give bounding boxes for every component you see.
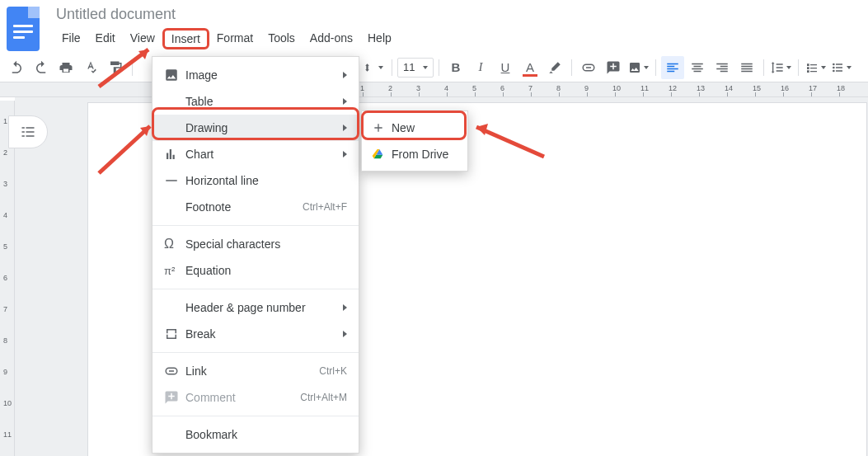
show-outline-button[interactable] bbox=[8, 115, 48, 148]
highlight-color-button[interactable] bbox=[543, 56, 566, 79]
align-justify-button[interactable] bbox=[735, 56, 758, 79]
outline-icon bbox=[20, 124, 36, 140]
drawing-submenu: New From Drive bbox=[361, 110, 468, 172]
insert-table-label: Table bbox=[185, 95, 347, 108]
menu-tools[interactable]: Tools bbox=[260, 28, 303, 49]
vruler-tick-label: 2 bbox=[3, 148, 7, 157]
insert-footnote-item[interactable]: Footnote Ctrl+Alt+F bbox=[152, 194, 359, 220]
ruler-tick-label: 16 bbox=[781, 84, 789, 92]
footnote-shortcut: Ctrl+Alt+F bbox=[303, 201, 347, 213]
checklist-button[interactable] bbox=[804, 56, 828, 79]
menu-edit[interactable]: Edit bbox=[88, 28, 123, 49]
menu-help[interactable]: Help bbox=[360, 28, 399, 49]
ruler-tick-label: 15 bbox=[753, 84, 761, 92]
insert-link-button[interactable] bbox=[577, 56, 600, 79]
align-left-button[interactable] bbox=[661, 56, 684, 79]
insert-special-label: Special characters bbox=[185, 237, 347, 251]
ruler-tick-label: 2 bbox=[388, 84, 392, 92]
vertical-ruler[interactable]: 1234567891011 bbox=[0, 101, 15, 456]
vruler-tick-label: 10 bbox=[3, 399, 12, 407]
insert-header-page-label: Header & page number bbox=[185, 301, 347, 314]
bold-button[interactable]: B bbox=[444, 56, 467, 79]
ruler-tick-label: 8 bbox=[556, 84, 561, 92]
toolbar-separator bbox=[798, 59, 799, 76]
ruler-tick-label: 13 bbox=[697, 84, 705, 92]
toolbar-separator bbox=[655, 59, 656, 76]
menu-separator bbox=[152, 352, 359, 353]
insert-footnote-label: Footnote bbox=[185, 200, 303, 214]
font-size-input[interactable]: 11 bbox=[397, 58, 434, 78]
toolbar: 11 B I U A bbox=[0, 53, 868, 82]
insert-chart-item[interactable]: Chart bbox=[152, 141, 359, 167]
vruler-tick-label: 9 bbox=[3, 368, 7, 376]
vruler-tick-label: 1 bbox=[3, 117, 7, 125]
chart-icon bbox=[164, 147, 185, 162]
insert-image-button[interactable] bbox=[626, 56, 650, 79]
ruler-tick-label: 7 bbox=[528, 84, 533, 92]
svg-point-1 bbox=[833, 66, 835, 68]
submenu-arrow-icon bbox=[343, 304, 347, 311]
break-icon bbox=[164, 327, 185, 341]
comment-shortcut: Ctrl+Alt+M bbox=[300, 392, 347, 403]
insert-drawing-item[interactable]: Drawing bbox=[152, 115, 359, 141]
equation-icon: π² bbox=[164, 265, 185, 277]
vruler-tick-label: 7 bbox=[3, 305, 7, 313]
add-comment-button[interactable] bbox=[602, 56, 625, 79]
insert-link-item[interactable]: Link Ctrl+K bbox=[152, 358, 359, 384]
insert-image-item[interactable]: Image bbox=[152, 62, 359, 88]
undo-button[interactable] bbox=[5, 56, 28, 79]
toolbar-separator bbox=[571, 59, 572, 76]
menu-addons[interactable]: Add-ons bbox=[303, 28, 360, 49]
drawing-new-item[interactable]: New bbox=[362, 115, 467, 141]
ruler-tick-label: 11 bbox=[640, 84, 649, 92]
drawing-from-drive-item[interactable]: From Drive bbox=[362, 141, 467, 167]
app-header: Untitled document File Edit View Insert … bbox=[0, 0, 868, 53]
menu-format[interactable]: Format bbox=[209, 28, 260, 49]
vruler-tick-label: 3 bbox=[3, 180, 7, 188]
menu-view[interactable]: View bbox=[123, 28, 162, 49]
align-right-button[interactable] bbox=[711, 56, 734, 79]
omega-icon: Ω bbox=[164, 237, 185, 252]
bulleted-list-button[interactable] bbox=[829, 56, 853, 79]
vruler-tick-label: 6 bbox=[3, 274, 7, 282]
redo-button[interactable] bbox=[30, 56, 53, 79]
insert-header-page-item[interactable]: Header & page number bbox=[152, 294, 359, 321]
insert-equation-item[interactable]: π² Equation bbox=[152, 257, 359, 284]
vruler-tick-label: 5 bbox=[3, 242, 7, 251]
insert-special-chars-item[interactable]: Ω Special characters bbox=[152, 231, 359, 257]
ruler-tick-label: 12 bbox=[669, 84, 677, 92]
line-spacing-menu-button[interactable] bbox=[769, 56, 793, 79]
menu-file[interactable]: File bbox=[54, 28, 88, 49]
document-title[interactable]: Untitled document bbox=[54, 5, 399, 23]
docs-app-icon[interactable] bbox=[7, 7, 40, 51]
underline-button[interactable]: U bbox=[494, 56, 517, 79]
svg-rect-3 bbox=[166, 180, 177, 181]
vruler-tick-label: 4 bbox=[3, 211, 7, 219]
horizontal-ruler[interactable]: 123456789101112131415161718 bbox=[0, 82, 868, 97]
menu-insert[interactable]: Insert bbox=[162, 28, 209, 49]
insert-table-item[interactable]: Table bbox=[152, 88, 359, 115]
spellcheck-button[interactable] bbox=[79, 56, 102, 79]
insert-horizontal-line-item[interactable]: Horizontal line bbox=[152, 167, 359, 194]
submenu-arrow-icon bbox=[343, 72, 347, 78]
insert-chart-label: Chart bbox=[185, 148, 347, 161]
vruler-tick-label: 8 bbox=[3, 336, 7, 345]
ruler-tick-label: 5 bbox=[472, 84, 476, 92]
italic-button[interactable]: I bbox=[469, 56, 492, 79]
chevron-down-icon bbox=[423, 66, 428, 69]
print-button[interactable] bbox=[54, 56, 77, 79]
comment-icon bbox=[164, 390, 185, 405]
ruler-tick-label: 1 bbox=[360, 84, 364, 92]
insert-break-item[interactable]: Break bbox=[152, 321, 359, 347]
drawing-from-drive-label: From Drive bbox=[392, 148, 448, 161]
insert-comment-item[interactable]: Comment Ctrl+Alt+M bbox=[152, 384, 359, 411]
insert-bookmark-item[interactable]: Bookmark bbox=[152, 421, 359, 448]
align-center-button[interactable] bbox=[686, 56, 709, 79]
text-color-button[interactable]: A bbox=[518, 56, 542, 79]
insert-equation-label: Equation bbox=[185, 264, 347, 277]
menu-separator bbox=[152, 289, 359, 289]
line-spacing-button[interactable] bbox=[361, 56, 387, 79]
paint-format-button[interactable] bbox=[104, 56, 127, 79]
image-icon bbox=[164, 68, 185, 82]
link-shortcut: Ctrl+K bbox=[319, 365, 347, 377]
